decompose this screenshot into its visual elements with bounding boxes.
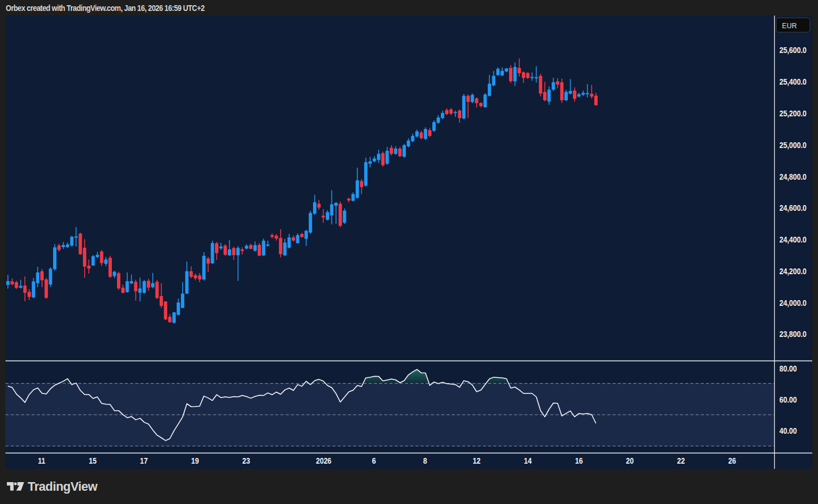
svg-text:TradingView: TradingView <box>28 480 98 494</box>
